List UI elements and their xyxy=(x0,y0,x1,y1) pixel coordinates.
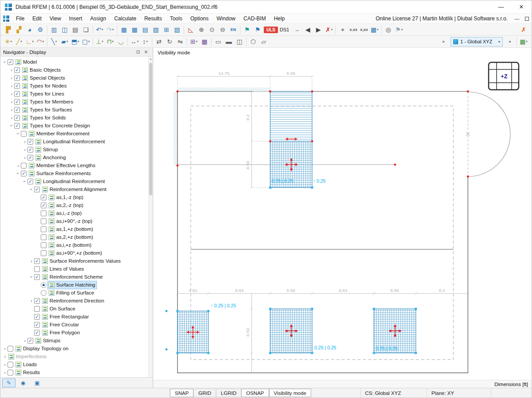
tree-item-reinforcement-alignment[interactable]: ›✓Reinforcement Alignment xyxy=(1,185,147,193)
close-icon[interactable]: ✕ xyxy=(142,49,150,56)
expander-icon[interactable]: › xyxy=(28,274,35,279)
display-tab[interactable]: ✎ xyxy=(2,379,15,387)
rotate-tool-button[interactable]: ↻ xyxy=(164,37,175,47)
tree-item-types-for-concrete-design[interactable]: ›✓Types for Concrete Design xyxy=(1,122,147,130)
checkbox[interactable] xyxy=(8,370,13,375)
expander-icon[interactable]: › xyxy=(2,369,8,376)
table-results-button[interactable]: ▨ xyxy=(172,25,182,35)
status-coordinate-system[interactable]: CS: Global XYZ xyxy=(361,388,427,398)
checkbox[interactable] xyxy=(41,250,46,256)
zoom-in-button[interactable]: ⊕ xyxy=(196,25,207,35)
decimal-places-button[interactable]: x.xx xyxy=(348,25,359,35)
mesh-settings-button[interactable]: ▩ xyxy=(199,37,210,47)
units-settings-button[interactable]: x,xx xyxy=(359,25,369,35)
checkbox[interactable]: ✓ xyxy=(14,67,20,73)
tree-item-anchoring[interactable]: ›✓Anchoring xyxy=(1,153,147,161)
reinforcement-area-hatched[interactable] xyxy=(270,92,312,142)
status-work-plane[interactable]: Plane: XY xyxy=(427,388,491,398)
zoom-window-button[interactable]: ⊙ xyxy=(207,25,217,35)
navigator-scrollbar[interactable]: ▲ xyxy=(148,57,153,377)
mdi-restore-button[interactable] xyxy=(522,14,532,23)
checkbox[interactable]: ✓ xyxy=(27,338,33,344)
more-options-button[interactable]: ... xyxy=(292,25,302,35)
menu-item-cad-bim[interactable]: CAD-BIM xyxy=(239,14,270,23)
display-wireframe-button[interactable]: ▭ xyxy=(213,37,224,47)
checkbox[interactable] xyxy=(41,218,46,224)
tree-item-types-for-nodes[interactable]: ›✓Types for Nodes xyxy=(1,82,147,90)
checkbox[interactable]: ✓ xyxy=(34,322,40,328)
model-canvas[interactable]: Visibility mode +Z xyxy=(153,48,532,388)
tree-item-surface-reinforcements-values[interactable]: ›✓Surface Reinforcements Values xyxy=(1,257,147,265)
tree-item-surface-reinforcements[interactable]: ›✓Surface Reinforcements xyxy=(1,169,147,177)
table-members-button[interactable]: ▤ xyxy=(140,25,150,35)
delete-results-button[interactable]: ✗▾ xyxy=(324,25,334,35)
expander-icon[interactable]: › xyxy=(9,82,14,89)
balcony-arc[interactable] xyxy=(468,92,510,176)
solid-new-button[interactable]: ⬒▾ xyxy=(70,37,81,47)
expander-icon[interactable]: › xyxy=(15,162,21,169)
tree-item-on-surface[interactable]: On Surface xyxy=(1,305,147,313)
arc-new-button[interactable]: ◠▾ xyxy=(35,37,46,47)
tree-item-stirrups[interactable]: ›✓Stirrups xyxy=(1,337,147,344)
tree-item-as-2-z-top[interactable]: ✓as,2,-z (top) xyxy=(1,201,147,209)
expander-icon[interactable]: › xyxy=(28,187,35,192)
tree-item-free-polygon[interactable]: ✓Free Polygon xyxy=(1,329,147,337)
tree-item-filling-of-surface[interactable]: Filling of Surface xyxy=(1,289,147,297)
checkbox[interactable]: ✓ xyxy=(41,195,46,200)
design-situation-next-button[interactable]: ⚑ xyxy=(252,25,263,35)
work-plane-button[interactable]: ▦▾ xyxy=(518,37,529,47)
tree-item-lines-of-values[interactable]: Lines of Values xyxy=(1,265,147,273)
checkbox[interactable] xyxy=(8,346,13,352)
model-view[interactable]: 14.76 6.56 4.92 9.84 6.56 9.84 6.56 8.2 … xyxy=(153,48,532,380)
tree-item-reinforcement-scheme[interactable]: ›✓Reinforcement Scheme xyxy=(1,273,147,281)
tree-item-stirrup[interactable]: ›✓Stirrup xyxy=(1,145,147,153)
tree-item-types-for-surfaces[interactable]: ›✓Types for Surfaces xyxy=(1,106,147,114)
checkbox[interactable]: ✓ xyxy=(34,258,40,264)
result-tables-button[interactable]: ▦▾ xyxy=(369,25,380,35)
tree-item-member-reinforcement[interactable]: ›Member Reinforcement xyxy=(1,130,147,138)
tree-item-longitudinal-reinforcement[interactable]: ›✓Longitudinal Reinforcement xyxy=(1,138,147,145)
expander-icon[interactable]: › xyxy=(9,114,14,121)
scroll-up-icon[interactable]: ▲ xyxy=(149,57,153,61)
case-previous-button[interactable]: ◀ xyxy=(302,25,313,35)
checkbox[interactable]: ✓ xyxy=(34,330,40,336)
expander-icon[interactable]: › xyxy=(9,98,14,105)
expander-icon[interactable]: › xyxy=(2,345,8,352)
expander-icon[interactable]: › xyxy=(29,297,34,304)
mesh-generate-button[interactable]: ⊞▾ xyxy=(189,37,199,47)
printout-report-button[interactable]: ▥ xyxy=(49,25,59,35)
checkbox[interactable]: ✓ xyxy=(34,314,40,320)
menu-item-view[interactable]: View xyxy=(46,14,65,23)
expander-icon[interactable]: › xyxy=(15,131,22,136)
expander-icon[interactable]: › xyxy=(22,146,27,153)
tree-item-free-rectangular[interactable]: ✓Free Rectangular xyxy=(1,313,147,321)
tree-item-as-1-z-top[interactable]: ✓as,1,-z (top) xyxy=(1,193,147,201)
overflow-more-button[interactable]: » xyxy=(438,37,449,47)
visibility-views-button[interactable]: ⚑▾ xyxy=(393,25,404,35)
view-xy-button[interactable]: ▱ xyxy=(258,37,269,47)
menu-item-file[interactable]: File xyxy=(12,14,28,23)
undo-button[interactable]: ↶▾ xyxy=(94,25,105,35)
views-tab[interactable]: ◉ xyxy=(16,379,30,387)
tree-item-as-2-z-bottom[interactable]: as,2,+z (bottom) xyxy=(1,233,147,241)
dimension-tool-button[interactable]: ↔▾ xyxy=(129,37,140,47)
checkbox[interactable]: ✓ xyxy=(14,115,20,121)
stop-cancel-button[interactable]: ✗ xyxy=(518,25,529,35)
status-toggle-grid[interactable]: GRID xyxy=(193,389,216,397)
building-outline[interactable] xyxy=(177,92,468,373)
expander-icon[interactable]: › xyxy=(9,90,14,97)
tree-item-free-circular[interactable]: ✓Free Circular xyxy=(1,321,147,329)
tree-item-model[interactable]: ›✓Model xyxy=(1,58,147,66)
display-solid-button[interactable]: ▬ xyxy=(224,37,234,47)
scrollbar-thumb[interactable] xyxy=(149,63,152,195)
uls-badge[interactable]: ULS xyxy=(264,27,278,33)
checkbox[interactable] xyxy=(34,306,40,312)
display-transparent-button[interactable]: ◫ xyxy=(234,37,245,47)
pin-icon[interactable]: ⊡ xyxy=(134,49,142,56)
tree-item-imperfections[interactable]: ›Imperfections xyxy=(1,352,147,360)
close-button[interactable]: ✕ xyxy=(511,0,532,14)
polyline-new-button[interactable]: ∟▾ xyxy=(24,37,35,47)
table-nodes-button[interactable]: ▦ xyxy=(119,25,129,35)
menu-item-tools[interactable]: Tools xyxy=(166,14,186,23)
radio-button[interactable] xyxy=(41,290,46,296)
